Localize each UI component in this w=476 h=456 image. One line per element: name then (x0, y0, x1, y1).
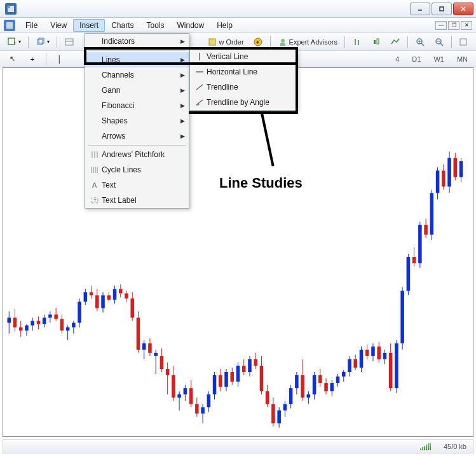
svg-rect-73 (130, 298, 134, 317)
submenu-arrow-icon: ▶ (180, 102, 185, 109)
menu-charts[interactable]: Charts (105, 19, 140, 32)
svg-rect-121 (271, 404, 275, 423)
candle-chart-button[interactable] (368, 35, 384, 49)
svg-rect-97 (201, 407, 205, 413)
svg-rect-79 (148, 343, 152, 353)
svg-rect-143 (336, 377, 340, 383)
insert-menu-item-andrews-pitchfork[interactable]: Andrews' Pitchfork (85, 147, 189, 162)
app-icon (5, 3, 17, 15)
svg-line-199 (196, 100, 203, 105)
svg-rect-11 (65, 39, 73, 45)
cursor-button[interactable]: ↖ (4, 52, 20, 66)
new-order-button[interactable]: w Order (204, 35, 247, 49)
close-button[interactable] (453, 3, 473, 15)
svg-rect-51 (66, 328, 70, 331)
svg-rect-29 (460, 39, 466, 45)
menu-view[interactable]: View (44, 19, 73, 32)
menu-help[interactable]: Help (210, 19, 239, 32)
chart-area[interactable] (3, 67, 473, 437)
svg-text:+: + (13, 40, 16, 46)
insert-menu-item-lines[interactable]: Lines▶ (85, 52, 189, 67)
menu-item-label: Indicators (102, 37, 180, 46)
svg-rect-87 (172, 375, 175, 397)
insert-menu-item-arrows[interactable]: Arrows▶ (85, 128, 189, 144)
svg-rect-37 (25, 326, 29, 331)
svg-rect-149 (353, 359, 357, 368)
svg-rect-81 (154, 353, 158, 356)
zoom-in-button[interactable] (412, 35, 428, 49)
timeframe-mn[interactable]: MN (452, 53, 472, 65)
insert-menu-item-shapes[interactable]: Shapes▶ (85, 113, 189, 128)
zoom-out-button[interactable] (431, 35, 447, 49)
connection-bars-icon (420, 443, 431, 450)
svg-rect-135 (313, 375, 316, 394)
menu-insert[interactable]: Insert (73, 19, 105, 32)
insert-menu-item-channels[interactable]: Channels▶ (85, 67, 189, 83)
svg-rect-141 (330, 383, 334, 391)
autoscroll-button[interactable] (456, 35, 472, 49)
svg-text:T: T (93, 198, 97, 204)
insert-menu-item-text[interactable]: AText (85, 177, 189, 193)
maximize-button[interactable] (432, 3, 452, 15)
timeframe-d1[interactable]: D1 (407, 53, 425, 65)
status-kb-label: 45/0 kb (444, 443, 466, 450)
svg-point-16 (281, 39, 285, 43)
svg-rect-33 (13, 318, 17, 328)
lines-submenu-item-trendline[interactable]: Trendline (190, 79, 297, 95)
svg-rect-147 (348, 359, 351, 372)
timeframe-h4[interactable]: 4 (391, 53, 404, 65)
svg-rect-65 (107, 295, 111, 300)
child-restore-button[interactable]: ❐ (448, 21, 459, 30)
lines-submenu-item-horizontal-line[interactable]: Horizontal Line (190, 64, 297, 79)
child-minimize-button[interactable]: — (435, 21, 447, 30)
bar-chart-button[interactable] (349, 35, 365, 49)
insert-menu-item-gann[interactable]: Gann▶ (85, 83, 189, 98)
status-bar: 45/0 kb (3, 439, 473, 453)
svg-rect-53 (72, 323, 76, 328)
expert-advisors-button[interactable]: Expert Advisors (275, 35, 341, 49)
insert-menu-item-cycle-lines[interactable]: Cycle Lines (85, 162, 189, 177)
svg-rect-131 (301, 375, 304, 397)
svg-text:A: A (92, 181, 97, 189)
svg-rect-151 (360, 350, 364, 368)
svg-rect-89 (177, 394, 181, 397)
menu-file[interactable]: File (19, 19, 44, 32)
svg-rect-31 (7, 318, 11, 323)
svg-rect-169 (412, 257, 416, 263)
svg-rect-111 (242, 366, 246, 372)
svg-rect-101 (213, 375, 217, 394)
insert-menu-item-text-label[interactable]: TText Label (85, 193, 189, 208)
line-chart-button[interactable] (387, 35, 404, 49)
svg-rect-45 (48, 315, 52, 318)
lines-submenu-item-trendline-by-angle[interactable]: Trendline by Angle (190, 95, 297, 110)
svg-rect-21 (377, 39, 379, 44)
svg-rect-157 (377, 347, 381, 359)
svg-rect-181 (447, 158, 451, 186)
svg-rect-17 (280, 43, 285, 46)
menu-item-label: Channels (102, 71, 180, 79)
timeframe-w1[interactable]: W1 (429, 53, 449, 65)
submenu-arrow-icon: ▶ (180, 87, 185, 93)
minimize-button[interactable] (410, 3, 430, 15)
crosshair-button[interactable]: + (24, 52, 41, 66)
meta-button[interactable]: ♦ (250, 35, 266, 49)
child-close-button[interactable]: ✕ (461, 21, 472, 30)
menu-item-label: Text Label (102, 196, 185, 205)
submenu-item-label: Trendline by Angle (207, 98, 293, 107)
svg-rect-85 (166, 369, 170, 375)
lines-submenu-item-vertical-line[interactable]: Vertical Line (190, 49, 297, 64)
menu-item-label: Text (102, 181, 185, 190)
market-watch-button[interactable] (61, 35, 78, 49)
menu-tools[interactable]: Tools (140, 19, 171, 32)
cycle-icon (88, 164, 102, 176)
new-chart-button[interactable]: +▾ (4, 35, 24, 49)
menu-item-label: Andrews' Pitchfork (102, 150, 185, 159)
lines-submenu: Vertical LineHorizontal LineTrendlineTre… (189, 48, 297, 111)
menu-window[interactable]: Window (171, 19, 211, 32)
svg-rect-93 (189, 388, 193, 404)
insert-menu-item-indicators[interactable]: Indicators▶ (85, 34, 189, 49)
svg-rect-43 (43, 318, 46, 324)
profiles-button[interactable]: ▾ (32, 35, 53, 49)
insert-menu-item-fibonacci[interactable]: Fibonacci▶ (85, 98, 189, 113)
vline-button[interactable]: │ (51, 52, 68, 66)
